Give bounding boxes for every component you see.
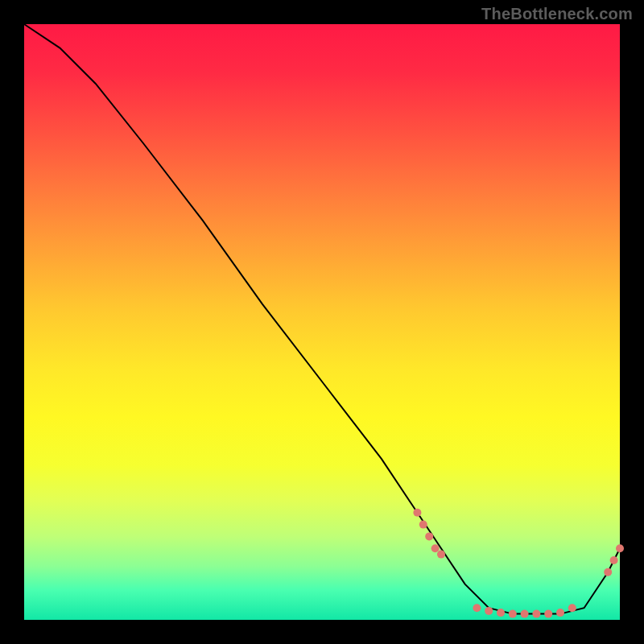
data-point <box>425 532 433 540</box>
data-point <box>437 551 445 559</box>
data-point <box>610 556 618 564</box>
data-point <box>473 604 481 612</box>
data-point <box>616 544 624 552</box>
data-point <box>521 610 529 618</box>
data-point <box>544 610 552 618</box>
series-points <box>413 509 624 618</box>
chart-svg <box>24 24 620 620</box>
data-point <box>485 607 493 615</box>
data-point <box>413 509 421 517</box>
data-point <box>556 609 564 617</box>
data-point <box>509 610 517 618</box>
data-point <box>419 521 427 529</box>
data-point <box>497 609 505 617</box>
data-point <box>604 568 612 576</box>
watermark: TheBottleneck.com <box>481 5 633 23</box>
data-point <box>568 604 576 612</box>
chart-frame: TheBottleneck.com <box>0 0 644 644</box>
series-line <box>24 24 620 614</box>
data-point <box>532 610 540 618</box>
data-point <box>431 544 440 552</box>
